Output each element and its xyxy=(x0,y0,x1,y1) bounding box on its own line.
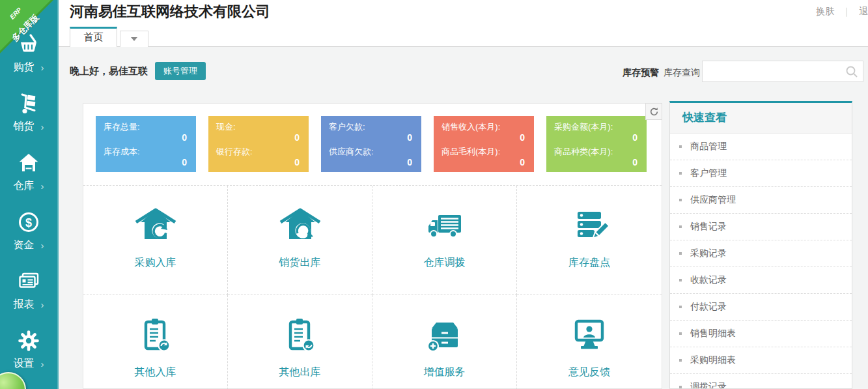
quick-item-label: 销售记录 xyxy=(690,221,727,233)
quick-item-sales-records[interactable]: 销售记录 xyxy=(670,214,852,240)
chevron-right-icon: › xyxy=(41,240,44,250)
chevron-right-icon: › xyxy=(41,63,44,72)
bullet-icon xyxy=(679,172,682,175)
shortcut-warehouse-transfer[interactable]: 仓库调拨 xyxy=(372,186,517,295)
stat-value: 0 xyxy=(216,157,301,168)
stat-card-inventory: 库存总量:0 库存成本:0 xyxy=(96,116,196,172)
bullet-icon xyxy=(679,199,682,201)
sidebar-item-label: 资金 xyxy=(14,238,35,252)
stat-label: 销售收入(本月): xyxy=(441,121,526,132)
shortcut-stock-check[interactable]: 库存盘点 xyxy=(517,186,662,295)
top-links-divider: ｜ xyxy=(842,6,851,18)
sidebar-item-funds[interactable]: $ 资金› xyxy=(0,210,57,270)
stat-value: 0 xyxy=(216,132,301,143)
bullet-icon xyxy=(679,332,682,335)
shortcut-label: 库存盘点 xyxy=(568,256,610,270)
stock-search-input[interactable] xyxy=(708,61,841,81)
clipboard-in-icon xyxy=(135,317,176,354)
sidebar-item-reports[interactable]: 报表› xyxy=(0,270,57,329)
quick-item-transfer-records[interactable]: 调拨记录 xyxy=(670,374,852,389)
stock-query-label[interactable]: 库存查询 xyxy=(664,67,700,79)
settings-icon xyxy=(17,329,40,353)
shortcut-feedback[interactable]: 意见反馈 xyxy=(517,295,662,389)
dashboard-panel: 库存总量:0 库存成本:0 现金:0 银行存款:0 客户欠款:0 供应商欠款:0… xyxy=(83,103,662,389)
stat-label: 客户欠款: xyxy=(329,121,413,132)
header: 河南易佳互联网络技术有限公司 换肤 ｜ 退出 首页 xyxy=(59,0,868,47)
quick-item-goods[interactable]: 商品管理 xyxy=(670,134,852,160)
sidebar-item-warehouse[interactable]: 仓库› xyxy=(0,151,57,210)
bullet-icon xyxy=(679,145,682,148)
quick-item-label: 采购记录 xyxy=(690,248,727,259)
stat-label: 采购金额(本月): xyxy=(554,121,639,132)
shortcut-label: 其他入库 xyxy=(135,366,176,379)
quick-item-label: 供应商管理 xyxy=(690,194,736,206)
stat-value: 0 xyxy=(554,157,639,168)
stat-card-purchase-month: 采购金额(本月):0 商品种类(本月):0 xyxy=(546,116,647,172)
tab-dropdown-button[interactable] xyxy=(120,31,148,47)
quick-item-purchase-records[interactable]: 采购记录 xyxy=(670,240,852,267)
bullet-icon xyxy=(679,359,682,362)
quick-item-payment-records[interactable]: 付款记录 xyxy=(670,294,852,321)
shortcut-purchase-in[interactable]: 采购入库 xyxy=(83,186,228,295)
bullet-icon xyxy=(679,386,682,388)
stat-value: 0 xyxy=(329,132,413,143)
stat-label: 库存成本: xyxy=(104,146,188,157)
shortcut-label: 仓库调拨 xyxy=(424,256,466,270)
sidebar: 购货› 销货› 仓库› $ 资金› xyxy=(0,0,59,389)
erp-dashboard: 购货› 销货› 仓库› $ 资金› xyxy=(0,0,868,389)
sidebar-item-label: 仓库 xyxy=(14,179,35,193)
sidebar-item-sales[interactable]: 销货› xyxy=(0,92,57,151)
quick-item-label: 调拨记录 xyxy=(690,381,727,389)
shortcut-other-in[interactable]: 其他入库 xyxy=(83,295,228,389)
svg-text:$: $ xyxy=(25,216,32,229)
account-manage-button[interactable]: 账号管理 xyxy=(155,62,206,80)
bullet-icon xyxy=(679,225,682,228)
cabinet-plus-icon xyxy=(424,317,466,354)
logout-link[interactable]: 退出 xyxy=(859,6,868,18)
stock-warning-link[interactable]: 库存预警 xyxy=(623,67,659,79)
quick-item-purchase-detail[interactable]: 采购明细表 xyxy=(670,347,852,374)
sidebar-item-label: 设置 xyxy=(14,357,35,371)
stat-value: 0 xyxy=(441,132,526,143)
shortcut-grid: 采购入库 销货出库 xyxy=(83,185,662,389)
stat-label: 商品种类(本月): xyxy=(554,146,639,157)
stat-label: 现金: xyxy=(216,121,301,132)
top-links: 换肤 ｜ 退出 xyxy=(816,6,868,18)
quick-item-customers[interactable]: 客户管理 xyxy=(670,160,852,187)
quick-item-label: 收款记录 xyxy=(690,274,727,286)
change-skin-link[interactable]: 换肤 xyxy=(816,6,834,18)
chevron-right-icon: › xyxy=(41,122,44,132)
shortcut-sales-out[interactable]: 销货出库 xyxy=(228,186,372,295)
stat-value: 0 xyxy=(104,157,188,168)
truck-icon xyxy=(424,208,466,244)
report-icon xyxy=(17,270,40,293)
quick-item-receipt-records[interactable]: 收款记录 xyxy=(670,267,852,294)
chevron-down-icon xyxy=(131,37,137,41)
stat-value: 0 xyxy=(554,132,639,143)
refresh-button[interactable] xyxy=(645,103,662,120)
stat-label: 库存总量: xyxy=(104,121,188,132)
stock-search-box xyxy=(702,61,863,82)
bullet-icon xyxy=(679,306,682,308)
sidebar-item-label: 销货 xyxy=(14,120,35,134)
shortcut-other-out[interactable]: 其他出库 xyxy=(228,295,372,389)
stat-value: 0 xyxy=(104,132,188,143)
tab-home[interactable]: 首页 xyxy=(70,27,117,47)
shortcut-label: 采购入库 xyxy=(135,256,176,270)
stat-cards-row: 库存总量:0 库存成本:0 现金:0 银行存款:0 客户欠款:0 供应商欠款:0… xyxy=(83,104,662,172)
quick-view-list: 商品管理 客户管理 供应商管理 销售记录 采购记录 收款记录 付款记录 销售明细… xyxy=(670,134,852,389)
search-icon[interactable] xyxy=(845,65,858,78)
quick-view-panel: 快速查看 商品管理 客户管理 供应商管理 销售记录 采购记录 收款记录 付款记录… xyxy=(669,101,852,389)
inventory-check-icon xyxy=(568,208,610,244)
shortcut-value-added[interactable]: 增值服务 xyxy=(372,295,517,389)
warehouse-in-icon xyxy=(135,208,176,244)
quick-item-suppliers[interactable]: 供应商管理 xyxy=(670,187,852,214)
trolley-icon xyxy=(17,92,40,115)
stat-card-debts: 客户欠款:0 供应商欠款:0 xyxy=(321,116,421,172)
shortcut-label: 增值服务 xyxy=(424,366,466,379)
clipboard-out-icon xyxy=(279,317,321,354)
quick-item-sales-detail[interactable]: 销售明细表 xyxy=(670,321,852,347)
bullet-icon xyxy=(679,252,682,255)
refresh-icon xyxy=(649,107,659,117)
sidebar-item-label: 购货 xyxy=(14,61,35,74)
